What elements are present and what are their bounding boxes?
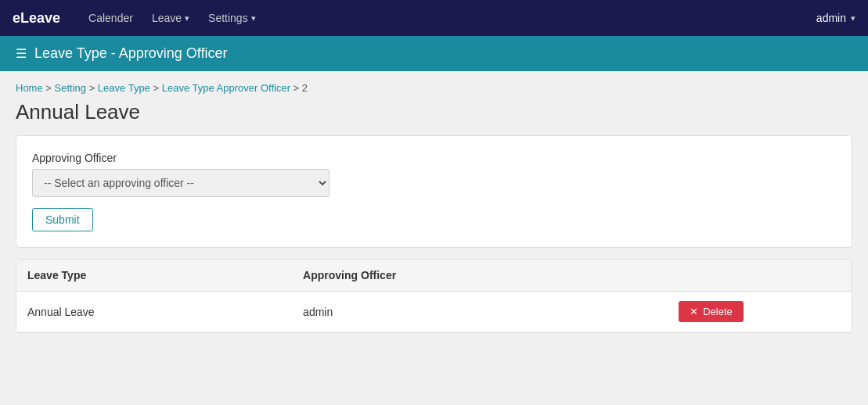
approving-officer-select[interactable]: -- Select an approving officer -- [32,169,330,197]
breadcrumb-sep-1: > [45,82,54,94]
nav-calender[interactable]: Calender [79,0,142,36]
admin-menu[interactable]: admin ▾ [816,12,855,24]
col-header-approving-officer: Approving Officer [292,260,668,292]
approving-officer-table: Leave Type Approving Officer Annual Leav… [16,260,852,332]
submit-button[interactable]: Submit [32,208,93,231]
breadcrumb-sep-3: > [153,82,161,94]
delete-label: Delete [703,306,733,317]
page-header-title: Leave Type - Approving Officer [34,45,227,62]
nav-leave[interactable]: Leave ▾ [142,0,199,36]
times-icon: ✕ [690,306,698,317]
admin-label: admin [816,12,846,24]
nav-leave-label: Leave [152,0,182,36]
breadcrumb-sep-2: > [89,82,98,94]
col-header-action [668,260,852,292]
breadcrumb-home[interactable]: Home [16,82,43,94]
page-title: Annual Leave [16,100,852,124]
breadcrumb-sep-4: > [294,82,302,94]
breadcrumb-leave-type[interactable]: Leave Type [98,82,150,94]
approving-officer-label: Approving Officer [32,152,836,164]
breadcrumb-setting[interactable]: Setting [55,82,86,94]
nav-settings-label: Settings [208,0,248,36]
breadcrumb: Home > Setting > Leave Type > Leave Type… [16,82,852,94]
main-content: Home > Setting > Leave Type > Leave Type… [0,71,868,344]
page-header-bar: ☰ Leave Type - Approving Officer [0,36,868,71]
form-card: Approving Officer -- Select an approving… [16,135,852,248]
list-icon: ☰ [16,46,27,61]
col-header-leave-type: Leave Type [16,260,292,292]
cell-approving-officer: admin [292,292,668,332]
table-card: Leave Type Approving Officer Annual Leav… [16,259,852,333]
chevron-down-icon: ▾ [851,13,855,23]
chevron-down-icon: ▾ [251,0,256,36]
delete-button[interactable]: ✕ Delete [679,301,744,322]
nav-settings[interactable]: Settings ▾ [199,0,265,36]
brand-logo[interactable]: eLeave [13,10,60,27]
cell-action: ✕ Delete [668,292,852,332]
breadcrumb-approver-officer[interactable]: Leave Type Approver Officer [162,82,290,94]
navbar: eLeave Calender Leave ▾ Settings ▾ admin… [0,0,868,36]
cell-leave-type: Annual Leave [16,292,292,332]
chevron-down-icon: ▾ [185,0,189,36]
table-row: Annual Leave admin ✕ Delete [16,292,852,332]
breadcrumb-id: 2 [302,82,308,94]
table-header-row: Leave Type Approving Officer [16,260,852,292]
